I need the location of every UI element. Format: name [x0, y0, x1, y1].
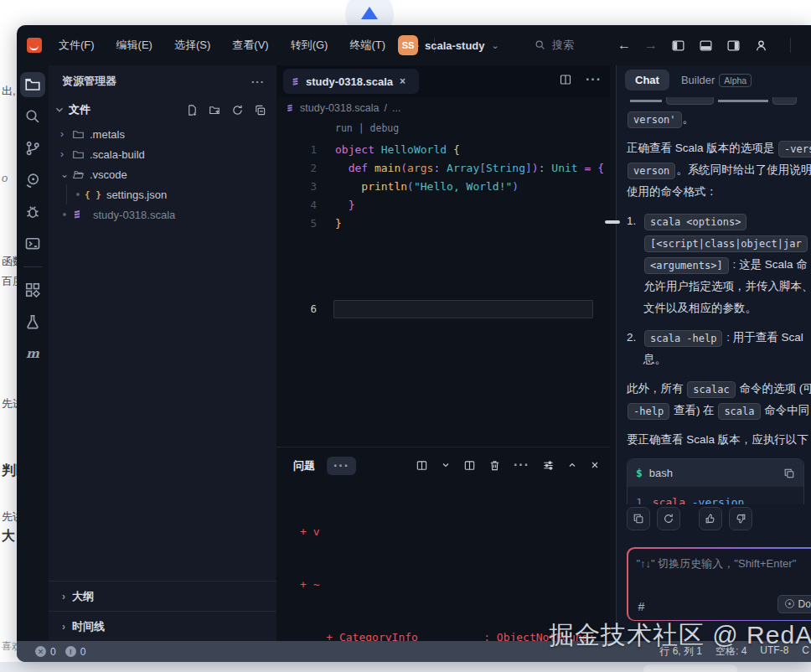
files-section-header[interactable]: 文件	[49, 96, 276, 122]
toggle-right-panel-icon[interactable]	[726, 39, 741, 53]
new-folder-icon[interactable]	[209, 104, 221, 116]
code-line: object HelloWorld {	[335, 141, 460, 159]
scrollbar-thumb[interactable]	[605, 220, 620, 224]
activitybar-search[interactable]	[20, 104, 45, 129]
activitybar-metals[interactable]: m	[20, 341, 45, 366]
menu-selection[interactable]: 选择(S)	[169, 35, 215, 55]
activitybar-remote-explorer[interactable]	[20, 168, 45, 193]
backdrop-text: 出,	[2, 84, 16, 99]
filter-sliders-icon[interactable]	[542, 459, 555, 472]
menu-goto[interactable]: 转到(G)	[286, 35, 333, 55]
tree-item-settings-json[interactable]: { } settings.json	[49, 184, 276, 204]
timeline-section[interactable]: › 时间线	[49, 611, 276, 641]
split-editor-icon[interactable]	[559, 73, 572, 86]
menu-terminal[interactable]: 终端(T)	[344, 35, 390, 55]
outline-section[interactable]: › 大纲	[49, 581, 276, 611]
chat-line: 要正确查看 Scala 版本，应执行以下	[627, 429, 811, 451]
tree-item-scala-build[interactable]: › .scala-build	[49, 144, 276, 164]
panel-more-button[interactable]: ···	[327, 457, 356, 475]
breadcrumb[interactable]: study-0318.scala / ...	[276, 97, 610, 119]
breadcrumb-file[interactable]: study-0318.scala	[300, 102, 380, 114]
editor-tab-study-scala[interactable]: study-0318.scala ×	[283, 69, 419, 94]
activitybar-testing[interactable]	[20, 309, 45, 334]
tree-item-label: .vscode	[90, 168, 127, 181]
collapse-all-icon[interactable]	[254, 104, 266, 116]
message-actions	[627, 507, 759, 530]
chat-line: -help 查看) 在 scala 命令中同	[627, 400, 811, 421]
chat-line: 使用的命令格式：	[627, 181, 811, 203]
activitybar-debug[interactable]	[20, 199, 45, 225]
tab-builder[interactable]: BuilderAlpha	[681, 74, 752, 86]
warnings-count[interactable]: 0	[80, 646, 86, 658]
code-editor[interactable]: run | debug 1object HelloWorld { 2 def m…	[276, 119, 610, 433]
app-logo-icon[interactable]	[27, 38, 42, 53]
sidebar-title: 资源管理器	[62, 74, 116, 89]
copy-icon[interactable]	[783, 468, 795, 479]
backdrop-text: 百度	[2, 274, 17, 289]
split-terminal-icon[interactable]	[416, 459, 428, 472]
errors-count[interactable]: 0	[50, 646, 56, 658]
thumbs-up-button[interactable]	[699, 507, 722, 530]
workspace-name: scala-study	[425, 39, 485, 52]
tree-item-vscode[interactable]: ⌄ .vscode	[49, 164, 276, 184]
backdrop-text: 先进	[2, 396, 17, 411]
forward-button[interactable]: →	[644, 38, 658, 53]
timeline-label: 时间线	[72, 619, 105, 634]
panel-overflow-button[interactable]: ···	[514, 457, 529, 473]
toggle-left-panel-icon[interactable]	[671, 39, 685, 53]
close-icon[interactable]	[590, 460, 600, 470]
folder-open-icon	[72, 168, 85, 181]
codelens-run-debug[interactable]: run | debug	[335, 122, 399, 134]
console-window-icon	[24, 235, 41, 252]
chevron-up-icon[interactable]	[567, 460, 577, 470]
line-number: 1	[276, 141, 317, 159]
activitybar-source-control[interactable]	[20, 136, 45, 161]
modified-dot	[63, 213, 66, 216]
chat-line: 正确查看 Scala 版本的选项是 -vers	[627, 137, 811, 159]
workspace-switcher[interactable]: SS scala-study ⌄	[398, 25, 499, 65]
git-branch-icon	[24, 140, 41, 157]
chevron-down-icon[interactable]	[441, 460, 451, 470]
account-icon[interactable]	[754, 39, 768, 53]
menu-file[interactable]: 文件(F)	[54, 35, 100, 55]
scala-file-icon	[71, 209, 83, 220]
activitybar-extensions[interactable]	[20, 277, 45, 302]
search-box[interactable]: 搜索	[526, 34, 582, 56]
tree-item-study-scala[interactable]: study-0318.scala	[49, 204, 276, 225]
regenerate-button[interactable]	[657, 507, 680, 530]
split-view-icon[interactable]	[463, 459, 476, 472]
editor-more-button[interactable]: ···	[586, 72, 602, 87]
model-selector[interactable]: Dou	[777, 595, 811, 613]
titlebar-separator	[790, 38, 791, 53]
context-hash-button[interactable]: #	[638, 600, 645, 613]
inspect-icon	[24, 172, 41, 189]
toggle-bottom-panel-icon[interactable]	[699, 39, 713, 53]
code-line: def main(args: Array[String]): Unit = {	[335, 159, 604, 178]
chat-message-area[interactable]: verson'。 正确查看 Scala 版本的选项是 -vers verson。…	[617, 97, 811, 504]
problems-tab[interactable]: 问题	[293, 458, 315, 473]
back-button[interactable]: ←	[617, 38, 631, 53]
explorer-sidebar: 资源管理器 ··· 文件 › .metals › .scala-build	[49, 65, 276, 641]
copy-message-button[interactable]	[627, 507, 650, 530]
trash-icon[interactable]	[488, 459, 501, 472]
workspace-badge: SS	[398, 35, 418, 55]
tree-item-metals[interactable]: › .metals	[49, 124, 276, 144]
tab-label: study-0318.scala	[306, 75, 393, 88]
shell-prompt-icon: $	[636, 467, 643, 479]
breadcrumb-more[interactable]: ...	[392, 102, 400, 114]
activitybar-remote-terminal[interactable]	[20, 231, 45, 256]
thumbs-down-button[interactable]	[729, 507, 752, 530]
close-icon[interactable]: ×	[400, 75, 406, 87]
code-language: bash	[649, 467, 777, 479]
new-file-icon[interactable]	[186, 104, 199, 116]
panel-header: 问题 ··· ···	[276, 447, 610, 484]
chat-input-box[interactable]: "↑↓" 切换历史输入，"Shift+Enter" # Dou	[627, 547, 811, 621]
extensions-icon	[24, 282, 41, 298]
menu-edit[interactable]: 编辑(E)	[111, 35, 158, 55]
activitybar-explorer[interactable]	[20, 72, 45, 97]
refresh-icon[interactable]	[231, 104, 244, 116]
sidebar-more-button[interactable]: ···	[251, 75, 265, 88]
menu-view[interactable]: 查看(V)	[227, 35, 273, 55]
tab-chat[interactable]: Chat	[625, 70, 669, 90]
chevron-right-icon: ›	[62, 591, 65, 602]
